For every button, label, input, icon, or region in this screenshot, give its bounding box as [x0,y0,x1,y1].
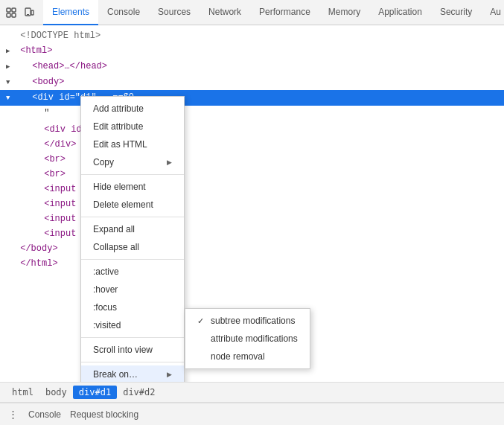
dom-input-t2[interactable]: <input ty… id="t2"> [0,196,504,211]
break-on-submenu: ✓ subtree modifications attribute modifi… [185,308,310,369]
dom-div-d1[interactable]: ▼ <div id="d1" … ==$0 [0,90,504,106]
tab-performance[interactable]: Performance [250,0,319,25]
menu-hide-element[interactable]: Hide element [81,178,184,196]
tab-audits[interactable]: Audits [481,0,501,25]
dom-html[interactable]: ▶ <html> [0,43,504,59]
menu-break-on[interactable]: Break on… [81,365,184,382]
menu-delete-element[interactable]: Delete element [81,196,184,214]
submenu-attribute[interactable]: attribute modifications [185,330,310,348]
triangle-expand: ▶ [6,45,15,58]
menu-hover[interactable]: :hover [81,281,184,298]
breadcrumb-html[interactable]: html [6,386,39,399]
elements-panel: <!DOCTYPE html> ▶ <html> ▶ <head>…</head… [0,25,504,382]
tab-bar: Elements Console Sources Network Perform… [43,0,501,25]
svg-rect-0 [7,8,10,12]
tab-console[interactable]: Console [98,0,149,25]
svg-rect-3 [12,13,16,17]
dom-head[interactable]: ▶ <head>…</head> [0,59,504,74]
menu-add-attribute[interactable]: Add attribute [81,100,184,118]
tab-sources[interactable]: Sources [149,0,200,25]
check-subtree: ✓ [197,316,206,326]
tab-security[interactable]: Security [431,0,481,25]
menu-edit-as-html[interactable]: Edit as HTML [81,135,184,153]
context-menu: Add attribute Edit attribute Edit as HTM… [80,96,185,382]
submenu-node-label: node removal [211,351,265,362]
dom-doctype: <!DOCTYPE html> [0,28,504,43]
tag-div: <div [32,92,59,103]
menu-divider-5 [81,362,184,362]
dom-input-t1[interactable]: <input ty… id="t1"> [0,182,504,196]
menu-collapse-all[interactable]: Collapse all [81,238,184,256]
menu-divider-1 [81,174,184,175]
menu-edit-attribute[interactable]: Edit attribute [81,118,184,135]
menu-visited[interactable]: :visited [81,316,184,334]
breadcrumb-div-d2[interactable]: div#d2 [117,386,161,399]
tag-head: <head>…</head> [32,61,107,71]
breadcrumb-bar: html body div#d1 div#d2 [0,382,504,403]
triangle-head: ▶ [6,60,15,74]
submenu-subtree-label: subtree modifications [211,316,295,326]
dom-br1: <br> [0,152,504,167]
submenu-subtree[interactable]: ✓ subtree modifications [185,312,310,330]
breadcrumb-div-d1[interactable]: div#d1 [73,386,117,399]
submenu-attribute-label: attribute modifications [211,333,298,344]
dom-input-t3[interactable]: <input ty… id="t3"> [0,211,504,226]
tab-application[interactable]: Application [369,0,431,25]
devtools-main: <!DOCTYPE html> ▶ <html> ▶ <head>…</head… [0,25,504,382]
dom-quote: " [0,106,504,121]
dom-div-close: </div> [0,137,504,152]
tag-br2: <br> [44,169,66,179]
devtools-toolbar: Elements Console Sources Network Perform… [0,0,504,25]
tag-html: <html> [20,45,52,56]
menu-expand-all[interactable]: Expand all [81,220,184,238]
menu-focus[interactable]: :focus [81,298,184,316]
tag-body: <body> [32,77,64,87]
svg-rect-2 [7,13,10,17]
device-icon[interactable] [21,4,37,21]
triangle-body: ▼ [6,76,15,89]
tag-br1: <br> [44,154,66,164]
tag-body-close: </body> [20,243,57,254]
console-tab-console[interactable]: Console [28,409,61,420]
tab-network[interactable]: Network [200,0,250,25]
submenu-node[interactable]: node removal [185,348,310,365]
console-menu-icon[interactable]: ⋮ [6,408,19,421]
inspect-icon[interactable] [3,4,19,21]
console-tab-request-blocking[interactable]: Request blocking [70,409,138,420]
menu-divider-2 [81,217,184,217]
svg-rect-5 [31,10,34,15]
console-bar: ⋮ Console Request blocking [0,403,504,425]
menu-active[interactable]: :active [81,263,184,281]
svg-rect-1 [12,8,16,12]
dom-html-close: </html> [0,256,504,271]
tab-elements[interactable]: Elements [43,0,98,25]
dom-body[interactable]: ▼ <body> [0,74,504,90]
dom-body-close: </body> [0,241,504,256]
toolbar-icons [3,4,37,21]
menu-scroll-into-view[interactable]: Scroll into view [81,341,184,359]
tab-memory[interactable]: Memory [319,0,369,25]
menu-divider-3 [81,259,184,260]
breadcrumb-body[interactable]: body [39,386,73,399]
menu-copy[interactable]: Copy [81,153,184,171]
dom-br2: <br> [0,167,504,182]
menu-divider-4 [81,337,184,338]
dom-div-id[interactable]: <div id=… [0,122,504,137]
doctype-text: <!DOCTYPE html> [20,31,101,41]
triangle-div: ▼ [6,92,15,105]
tag-html-close: </html> [20,258,57,269]
dom-input-t4[interactable]: <input ty… id="t4"> [0,226,504,241]
tag-div-close: </div> [44,139,76,150]
